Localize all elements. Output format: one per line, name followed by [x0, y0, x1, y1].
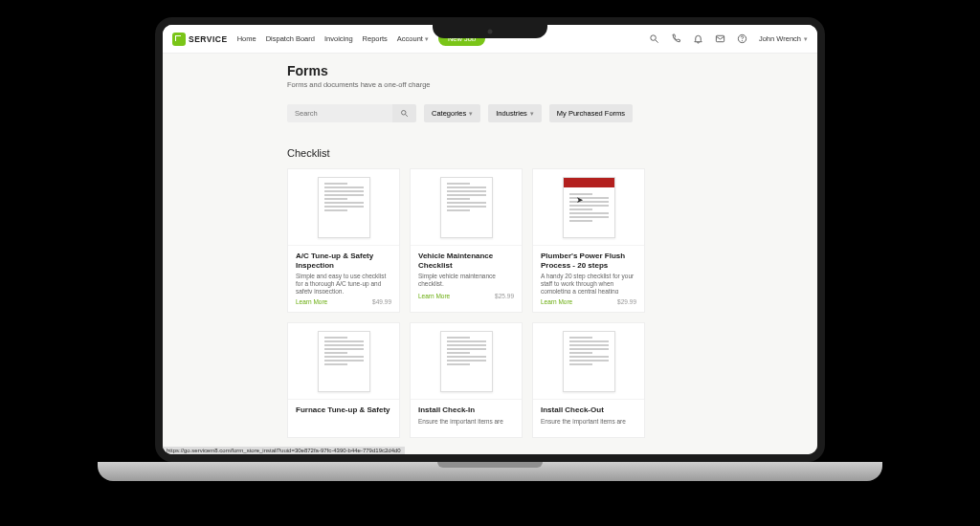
- card-body: Plumber's Power Flush Process - 20 steps…: [533, 246, 644, 312]
- form-card[interactable]: Furnace Tune-up & Safety: [287, 322, 400, 438]
- page-content: Forms Forms and documents have a one-off…: [287, 63, 798, 438]
- card-title: A/C Tune-up & Safety Inspection: [296, 252, 391, 270]
- form-card[interactable]: A/C Tune-up & Safety InspectionSimple an…: [287, 168, 400, 313]
- status-url: https://go.servicem8.com/form_store_inst…: [163, 447, 405, 454]
- card-description: Ensure the important items are: [418, 418, 514, 426]
- filter-bar: Categories ▾ Industries ▾ My Purchased F…: [287, 104, 798, 122]
- forms-grid: A/C Tune-up & Safety InspectionSimple an…: [287, 168, 798, 438]
- nav-invoicing[interactable]: Invoicing: [324, 34, 353, 43]
- card-description: Simple and easy to use checklist for a t…: [296, 273, 391, 294]
- page-title: Forms: [287, 63, 798, 78]
- nav-account[interactable]: Account ▾: [397, 34, 429, 43]
- chevron-down-icon: ▾: [425, 35, 429, 43]
- card-description: A handy 20 step checklist for your staff…: [541, 273, 636, 294]
- form-thumbnail: [288, 169, 399, 246]
- filter-categories[interactable]: Categories ▾: [424, 104, 480, 122]
- card-title: Install Check-In: [418, 405, 514, 415]
- svg-point-5: [402, 111, 407, 116]
- card-footer: Learn More$25.99: [418, 293, 514, 299]
- svg-line-1: [656, 40, 658, 43]
- learn-more-link[interactable]: Learn More: [418, 293, 450, 299]
- svg-line-6: [406, 115, 408, 117]
- card-body: Furnace Tune-up & Safety: [288, 400, 399, 429]
- form-thumbnail: [533, 323, 644, 400]
- document-icon: [318, 331, 370, 392]
- card-body: A/C Tune-up & Safety InspectionSimple an…: [288, 246, 399, 312]
- main-nav: Home Dispatch Board Invoicing Reports Ac…: [237, 34, 429, 43]
- learn-more-link[interactable]: Learn More: [296, 298, 327, 305]
- search-icon[interactable]: [649, 33, 659, 44]
- chevron-down-icon: ▾: [469, 110, 473, 118]
- document-icon: [563, 331, 615, 392]
- chevron-down-icon: ▾: [804, 35, 808, 43]
- form-card[interactable]: Install Check-InEnsure the important ite…: [410, 322, 523, 438]
- svg-point-0: [651, 35, 657, 41]
- topbar-right: John Wrench ▾: [649, 33, 808, 44]
- app-screen: SERVICE Home Dispatch Board Invoicing Re…: [163, 25, 817, 454]
- help-icon[interactable]: [737, 33, 747, 44]
- filter-industries[interactable]: Industries ▾: [488, 104, 542, 122]
- learn-more-link[interactable]: Learn More: [541, 298, 572, 305]
- form-thumbnail: [288, 323, 399, 400]
- section-title: Checklist: [287, 147, 798, 159]
- form-thumbnail: [411, 323, 522, 400]
- inbox-icon[interactable]: [715, 33, 725, 44]
- logo-icon: [172, 33, 186, 46]
- form-card[interactable]: Install Check-OutEnsure the important it…: [532, 322, 645, 438]
- brand-logo[interactable]: SERVICE: [172, 33, 228, 46]
- search-icon: [400, 109, 409, 118]
- nav-reports[interactable]: Reports: [363, 34, 388, 43]
- phone-icon[interactable]: [671, 33, 681, 44]
- filter-purchased[interactable]: My Purchased Forms: [549, 104, 633, 122]
- card-price: $49.99: [372, 298, 391, 305]
- document-icon: [563, 177, 615, 238]
- form-card[interactable]: Plumber's Power Flush Process - 20 steps…: [532, 168, 645, 313]
- user-name: John Wrench: [759, 34, 801, 43]
- filter-categories-label: Categories: [432, 109, 466, 118]
- filter-industries-label: Industries: [496, 109, 527, 118]
- chevron-down-icon: ▾: [530, 110, 534, 118]
- bell-icon[interactable]: [693, 33, 703, 44]
- card-footer: Learn More$49.99: [296, 298, 391, 305]
- card-footer: Learn More$29.99: [541, 298, 636, 305]
- nav-dispatch[interactable]: Dispatch Board: [266, 34, 315, 43]
- card-description: Simple vehicle maintenance checklist.: [418, 273, 514, 288]
- screen-notch: [433, 25, 547, 38]
- nav-home[interactable]: Home: [237, 34, 256, 43]
- card-title: Plumber's Power Flush Process - 20 steps: [541, 252, 636, 270]
- document-icon: [440, 177, 493, 238]
- nav-account-label: Account: [397, 34, 423, 43]
- card-body: Install Check-OutEnsure the important it…: [533, 400, 644, 437]
- filter-purchased-label: My Purchased Forms: [557, 109, 625, 118]
- card-title: Furnace Tune-up & Safety: [296, 405, 391, 415]
- laptop-frame: SERVICE Home Dispatch Board Invoicing Re…: [155, 17, 825, 462]
- card-body: Install Check-InEnsure the important ite…: [411, 400, 522, 437]
- laptop-base: [98, 462, 882, 481]
- form-card[interactable]: Vehicle Maintenance ChecklistSimple vehi…: [410, 168, 523, 313]
- brand-name: SERVICE: [189, 34, 228, 44]
- form-thumbnail: [533, 169, 644, 246]
- form-thumbnail: [411, 169, 522, 246]
- search-wrap: [287, 104, 416, 122]
- card-body: Vehicle Maintenance ChecklistSimple vehi…: [411, 246, 522, 306]
- card-title: Install Check-Out: [541, 405, 636, 415]
- card-description: Ensure the important items are: [541, 418, 636, 426]
- card-title: Vehicle Maintenance Checklist: [418, 252, 514, 270]
- search-button[interactable]: [392, 104, 416, 122]
- document-icon: [440, 331, 493, 392]
- card-price: $25.99: [495, 293, 514, 299]
- document-icon: [318, 177, 370, 238]
- user-menu[interactable]: John Wrench ▾: [759, 34, 808, 43]
- card-price: $29.99: [617, 298, 636, 305]
- search-input[interactable]: [287, 104, 392, 122]
- page-subtitle: Forms and documents have a one-off charg…: [287, 80, 798, 89]
